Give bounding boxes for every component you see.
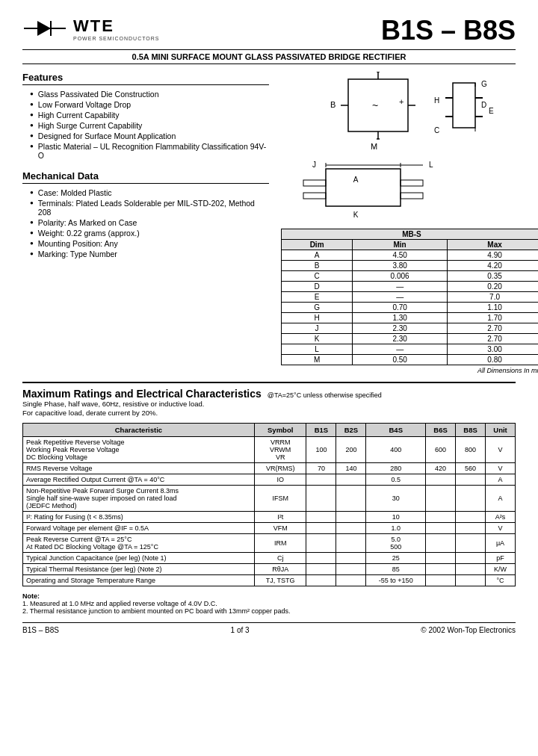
ratings-cell [306,553,336,564]
footer-center: 1 of 3 [231,626,250,634]
mbs-row: E—7.0 [282,292,539,303]
features-list: Glass Passivated Die Construction Low Fo… [22,90,269,160]
product-title: 0.5A MINI SURFACE MOUNT GLASS PASSIVATED… [22,49,516,64]
mbs-cell: L [282,344,353,355]
mbs-cell: 2.30 [353,323,448,334]
list-item: Plastic Material – UL Recognition Flamma… [30,142,269,160]
ratings-cell: 10 [366,512,426,523]
ratings-cell: TJ, TSTG [254,575,306,586]
ratings-cell: K/W [486,564,516,575]
part-number: B1S – B8S [381,15,516,46]
ratings-cell: 200 [336,437,366,463]
mbs-col-min: Min [353,240,448,250]
mbs-row: C0.0060.35 [282,271,539,282]
svg-text:H: H [434,96,439,105]
mbs-cell: 2.30 [353,334,448,344]
ratings-cell [336,523,366,534]
svg-text:A: A [353,176,359,184]
note-1: 1. Measured at 1.0 MHz and applied rever… [22,600,516,607]
list-item: High Surge Current Capability [30,121,269,130]
mbs-tbody: A4.504.90B3.804.20C0.0060.35D—0.20E—7.0G… [282,250,539,365]
mbs-cell: A [282,250,353,261]
ratings-cell: 140 [336,463,366,474]
mbs-cell: 3.00 [448,344,538,355]
ratings-cell: 560 [456,463,486,474]
ratings-cell [336,512,366,523]
svg-text:~: ~ [372,99,378,111]
ratings-cell: Forward Voltage per element @IF = 0.5A [23,523,255,534]
ratings-cell [306,474,336,486]
page-header: WTE POWER SEMICONDUCTORS B1S – B8S [22,15,516,46]
mbs-cell: 4.20 [448,261,538,271]
ratings-row: Peak Reverse Current @TA = 25°C At Rated… [23,534,516,553]
ratings-cell [426,564,456,575]
mbs-row: A4.504.90 [282,250,539,261]
mbs-cell: 2.70 [448,323,538,334]
ratings-cell: V [486,523,516,534]
mechanical-title: Mechanical Data [22,170,269,184]
logo-subtitle: POWER SEMICONDUCTORS [73,36,160,41]
mbs-cell: 0.006 [353,271,448,282]
ratings-cell: IO [254,474,306,486]
mbs-cell: H [282,313,353,323]
ratings-cell: Peak Repetitive Reverse Voltage Working … [23,437,255,463]
ratings-cell: 800 [456,437,486,463]
svg-rect-29 [303,193,326,199]
mbs-row: L—3.00 [282,344,539,355]
max-ratings-title: Maximum Ratings and Electrical Character… [22,388,262,400]
notes-section: Note: 1. Measured at 1.0 MHz and applied… [22,592,516,615]
ratings-cell: I²: Rating for Fusing (t < 8.35ms) [23,512,255,523]
ratings-col-unit: Unit [486,424,516,437]
list-item: Mounting Position: Any [30,239,269,248]
ratings-cell: °C [486,575,516,586]
list-item: Designed for Surface Mount Application [30,131,269,140]
ratings-cell: Peak Reverse Current @TA = 25°C At Rated… [23,534,255,553]
ratings-cell: V [486,437,516,463]
max-ratings-sub1: Single Phase, half wave, 60Hz, resistive… [22,400,516,408]
mbs-row: K2.302.70 [282,334,539,344]
ratings-cell [306,534,336,553]
svg-rect-30 [401,193,423,199]
ratings-cell: 30 [366,486,426,512]
ratings-cell: 25 [366,553,426,564]
ratings-col-symbol: Symbol [254,424,306,437]
mbs-cell: 0.70 [353,303,448,313]
mbs-table: MB-S Dim Min Max A4.504.90B3.804.20C0.00… [281,229,538,365]
right-column: ~ + B M G H D E C [281,72,538,374]
ratings-col-b8s: B8S [456,424,486,437]
component-diagram-svg: ~ + B M G H D E C [281,72,538,229]
ratings-cell [456,534,486,553]
ratings-row: RMS Reverse VoltageVR(RMS)70140280420560… [23,463,516,474]
svg-rect-14 [453,83,475,128]
mbs-cell: J [282,323,353,334]
ratings-cell [456,564,486,575]
list-item: Polarity: As Marked on Case [30,218,269,227]
ratings-col-b4s: B4S [366,424,426,437]
ratings-cell: 5.0 500 [366,534,426,553]
left-column: Features Glass Passivated Die Constructi… [22,72,269,374]
ratings-cell [306,512,336,523]
features-title: Features [22,72,269,85]
svg-text:K: K [353,211,359,219]
mbs-cell: K [282,334,353,344]
ratings-col-b2s: B2S [336,424,366,437]
ratings-cell [306,575,336,586]
ratings-cell: 400 [366,437,426,463]
list-item: Marking: Type Number [30,250,269,258]
ratings-cell: A [486,486,516,512]
footer-right: © 2002 Won-Top Electronics [421,626,516,634]
max-ratings-sub2: For capacitive load, derate current by 2… [22,409,516,417]
ratings-cell: Typical Junction Capacitance (per leg) (… [23,553,255,564]
svg-rect-27 [303,180,326,186]
ratings-cell [336,486,366,512]
mbs-row: M0.500.80 [282,355,539,365]
ratings-cell: A [486,474,516,486]
ratings-cell [336,564,366,575]
ratings-cell [336,553,366,564]
ratings-cell: A²s [486,512,516,523]
mechanical-section: Mechanical Data Case: Molded Plastic Ter… [22,170,269,258]
ratings-tbody: Peak Repetitive Reverse Voltage Working … [23,437,516,586]
ratings-cell: pF [486,553,516,564]
ratings-cell [456,523,486,534]
mbs-cell: 4.50 [353,250,448,261]
